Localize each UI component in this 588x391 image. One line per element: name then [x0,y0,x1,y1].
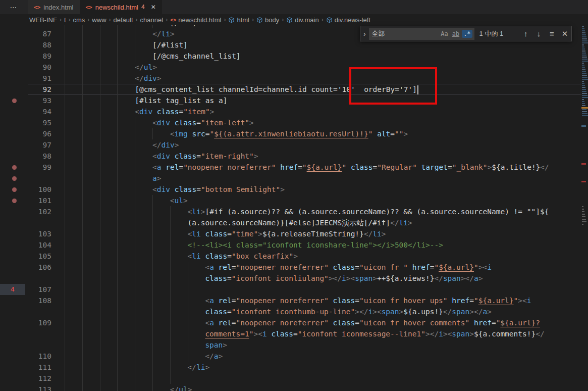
code-line-text[interactable]: </div> [152,139,179,151]
regex-toggle-icon[interactable]: .* [462,30,472,38]
breadcrumb-item-div.main[interactable]: div.main [286,16,318,24]
line-number[interactable]: 113 [28,384,51,391]
code-row-112[interactable]: 112 [0,373,581,384]
code-row-99[interactable]: 99<a rel="noopener noreferrer" href="${a… [0,162,581,173]
code-line-text[interactable]: (a.source.sourceName)}[#else]JEECMS演示站[/… [188,217,412,228]
line-number[interactable]: 109 [28,317,51,328]
code-row-wrap[interactable]: span> [0,339,581,351]
code-line-text[interactable]: comments=1"><i class="iconfont iconmessa… [205,328,544,339]
breakpoint-icon[interactable] [12,187,17,192]
line-number[interactable]: 104 [28,239,51,251]
line-number[interactable]: 95 [28,117,51,128]
code-row-106[interactable]: 106<a rel="noopener noreferrer" class="u… [0,262,581,273]
code-row-105[interactable]: 105<li class="box clearfix"> [0,251,581,262]
code-row-93[interactable]: 93[#list tag_list as a] [0,95,581,106]
minimap-scrollbar[interactable] [581,25,588,391]
breadcrumb-item-html[interactable]: html [228,16,249,24]
toggle-replace-chevron-icon[interactable]: › [360,30,369,38]
breakpoint-icon[interactable] [12,199,17,203]
code-row-wrap[interactable]: (a.source.sourceName)}[#else]JEECMS演示站[/… [0,217,581,228]
find-in-selection-icon[interactable]: ≡ [545,29,558,38]
line-number[interactable]: 93 [28,95,51,106]
code-row-wrap[interactable]: class="iconfont iconliulang"></i><span>+… [0,273,581,284]
line-number[interactable]: 105 [28,251,51,262]
breakpoint-icon[interactable] [12,165,17,170]
line-number[interactable]: 110 [28,351,51,362]
code-line-text[interactable]: <li class="time">${a.releaseTimeString!}… [188,228,386,239]
line-number[interactable]: 111 [28,362,51,373]
code-row-100[interactable]: 100<div class="bottom Semilight"> [0,184,581,195]
code-line-text[interactable]: <ul> [170,195,188,206]
code-line-text[interactable]: <!--<li><i class="iconfont iconshare-lin… [188,239,443,251]
code-line-text[interactable]: <div class="item-left"> [152,117,254,128]
code-row-95[interactable]: 95<div class="item-left"> [0,117,581,128]
code-row-90[interactable]: 90</ul> [0,62,581,73]
breadcrumb-item-www[interactable]: www [92,16,106,24]
whole-word-toggle-icon[interactable]: ab [451,30,461,38]
line-number[interactable]: 101 [28,195,51,206]
code-line-text[interactable]: <a rel="noopener noreferrer" class="uico… [205,295,531,306]
line-number[interactable]: 91 [28,73,51,84]
previous-match-icon[interactable]: ↑ [519,29,532,38]
tab-close-icon[interactable]: ✕ [151,4,156,11]
breadcrumb-item-channel[interactable]: channel [140,16,164,24]
code-row-107[interactable]: 4107 [0,284,581,295]
code-line-text[interactable]: </li> [152,28,175,39]
line-number[interactable]: 96 [28,128,51,139]
code-line-text[interactable]: <a rel="noopener noreferrer" class="uico… [205,317,540,328]
close-find-icon[interactable]: ✕ [558,29,571,38]
code-row-98[interactable]: 98<div class="item-right"> [0,151,581,162]
line-number[interactable]: 100 [28,184,51,195]
tab-overflow-menu-icon[interactable]: ⋯ [0,0,28,14]
line-number[interactable]: 87 [28,28,51,39]
code-line-text[interactable]: [/#list] [152,39,188,51]
code-line-text[interactable]: </div> [135,73,161,84]
line-number[interactable]: 92 [28,84,51,95]
code-line-text[interactable]: </ul> [170,384,192,391]
match-case-toggle-icon[interactable]: Aa [439,30,449,38]
code-line-text[interactable]: <li>[#if (a.source)?? && (a.source.sourc… [188,206,549,217]
breadcrumb-item-div.news-left[interactable]: div.news-left [326,16,370,24]
code-row-96[interactable]: 96<img src="${(a.attr.xinwenliebiaotu.re… [0,128,581,139]
line-number[interactable]: 97 [28,139,51,151]
line-number[interactable]: 103 [28,228,51,239]
breadcrumb-item-t[interactable]: t [64,16,66,24]
line-number[interactable]: 94 [28,106,51,117]
breadcrumb-item-body[interactable]: body [256,16,279,24]
find-input[interactable]: 全部 Aa ab .* [369,28,474,40]
code-line-text[interactable]: <div class="bottom Semilight"> [152,184,285,195]
line-number[interactable]: 89 [28,51,51,62]
line-number[interactable]: 90 [28,62,51,73]
code-line-text[interactable]: <a rel="noopener noreferrer" href="${a.u… [152,162,549,173]
code-line-text[interactable]: <img src="${(a.attr.xinwenliebiaotu.resU… [170,128,408,139]
code-row-wrap[interactable]: class="iconfont iconthumb-up-line"></i><… [0,306,581,317]
code-line-text[interactable]: </a> [205,351,223,362]
code-row-94[interactable]: 94<div class="item"> [0,106,581,117]
code-line-text[interactable]: <li class="box clearfix"> [188,251,298,262]
code-row-103[interactable]: 103<li class="time">${a.releaseTimeStrin… [0,228,581,239]
line-number[interactable]: 88 [28,39,51,51]
code-row-111[interactable]: 111</li> [0,362,581,373]
breadcrumb-item-default[interactable]: default [114,16,133,24]
code-line-text[interactable]: a> [152,173,161,184]
code-line-text[interactable]: <a rel="noopener noreferrer" class="uico… [205,262,492,273]
tab-index.html[interactable]: <>index.html [28,0,80,14]
code-row-97[interactable]: 97</div> [0,139,581,151]
code-line-text[interactable]: <div class="item"> [135,106,214,117]
breakpoint-icon[interactable] [12,176,17,181]
code-line-text[interactable]: [/@cms_channel_list] [152,51,241,62]
code-row-101[interactable]: 101<ul> [0,195,581,206]
code-row-102[interactable]: 102<li>[#if (a.source)?? && (a.source.so… [0,206,581,217]
code-row-109[interactable]: 109<a rel="noopener noreferrer" class="u… [0,317,581,328]
line-number[interactable]: 106 [28,262,51,273]
code-line-text[interactable]: class="iconfont iconthumb-up-line"></i><… [205,306,492,317]
code-row-108[interactable]: 108<a rel="noopener noreferrer" class="u… [0,295,581,306]
tab-newschild.html[interactable]: <>newschild.html4✕ [80,0,162,14]
next-match-icon[interactable]: ↓ [532,29,546,38]
code-row-92[interactable]: 92[@cms_content_list channelId=channel.i… [0,84,581,95]
line-number[interactable]: 102 [28,206,51,217]
breakpoint-icon[interactable] [12,99,17,103]
line-number[interactable]: 108 [28,295,51,306]
code-line-text[interactable]: class="iconfont iconliulang"></i><span>+… [205,273,483,284]
code-line-text[interactable]: <div class="item-right"> [152,151,258,162]
